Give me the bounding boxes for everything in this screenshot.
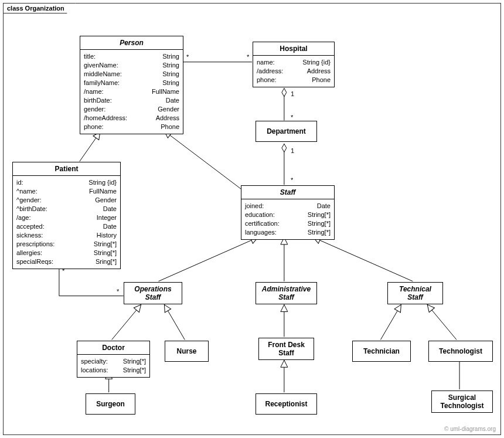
class-title: Department (256, 125, 316, 138)
attribute-row: joined:Date (245, 202, 331, 210)
class-title: Patient (13, 162, 120, 176)
class-title: Technician (353, 345, 410, 358)
attribute-name: /name: (84, 87, 104, 96)
attribute-row: phone:Phone (257, 76, 331, 84)
attribute-type: String[*] (94, 249, 117, 257)
svg-line-7 (314, 237, 413, 281)
attribute-row: prescriptions:String[*] (16, 240, 117, 249)
class-attrs: specialty:String[*]locations:String[*] (77, 355, 149, 377)
class-title: Hospital (253, 42, 334, 56)
attribute-name: /homeAddress: (84, 114, 127, 123)
attribute-type: Address (156, 114, 179, 123)
class-attrs: joined:Dateeducation:String[*]certificat… (241, 199, 334, 239)
class-title: Doctor (77, 341, 149, 355)
class-hospital: Hospital name:String {id}/address:Addres… (253, 42, 335, 87)
attribute-name: givenName: (84, 61, 118, 70)
attribute-type: String (162, 79, 179, 87)
attribute-name: allergies: (16, 249, 42, 257)
attribute-name: gender: (84, 105, 105, 114)
svg-line-5 (158, 237, 258, 281)
attribute-type: String[*] (123, 366, 146, 375)
class-title: Staff (241, 186, 334, 199)
class-title: Administrative Staff (256, 283, 316, 304)
attribute-type: Gender (95, 196, 117, 205)
attribute-type: Date (166, 96, 179, 105)
class-title: Operations Staff (124, 283, 182, 304)
attribute-type: Date (103, 205, 117, 213)
attribute-row: phone:Phone (84, 123, 179, 131)
attribute-row: familyName:String (84, 79, 179, 87)
class-title: Technical Staff (388, 283, 442, 304)
attribute-name: /address: (257, 67, 283, 76)
attribute-row: education:String[*] (245, 210, 331, 219)
mult-hosp-dept-bot: * (291, 114, 293, 121)
attribute-row: specialReqs:Sring[*] (16, 257, 117, 266)
mult-hosp-dept-top: 1 (291, 90, 294, 97)
class-title: Technologist (429, 345, 492, 358)
attribute-row: gender:Gender (84, 105, 179, 114)
svg-line-8 (112, 305, 141, 340)
svg-line-3 (80, 132, 100, 161)
class-technical-staff: Technical Staff (387, 282, 443, 304)
class-surgeon: Surgeon (86, 393, 135, 415)
attribute-name: ^name: (16, 187, 38, 196)
attribute-type: String[*] (308, 219, 331, 228)
attribute-type: Phone (312, 76, 331, 84)
attribute-row: /address:Address (257, 67, 331, 76)
attribute-name: accepted: (16, 222, 45, 231)
attribute-row: accepted:Date (16, 222, 117, 231)
attribute-row: givenName:String (84, 61, 179, 70)
attribute-row: birthDate:Date (84, 96, 179, 105)
attribute-name: education: (245, 210, 275, 219)
class-receptionist: Receptionist (256, 393, 317, 415)
attribute-name: languages: (245, 228, 277, 237)
uml-frame: class Organization (3, 3, 501, 435)
attribute-name: middleName: (84, 70, 122, 79)
attribute-row: specialty:String[*] (81, 357, 146, 366)
watermark: © uml-diagrams.org (444, 426, 496, 432)
class-title: Front Desk Staff (259, 338, 314, 359)
attribute-type: String {id} (88, 178, 117, 187)
attribute-row: title:String (84, 52, 179, 61)
attribute-name: birthDate: (84, 96, 112, 105)
attribute-row: /homeAddress:Address (84, 114, 179, 123)
mult-dept-staff-top: 1 (291, 147, 294, 154)
attribute-row: ^name:FullName (16, 187, 117, 196)
attribute-row: /name:FullName (84, 87, 179, 96)
attribute-type: Date (103, 222, 117, 231)
attribute-name: prescriptions: (16, 240, 55, 249)
attribute-row: ^gender:Gender (16, 196, 117, 205)
attribute-name: /age: (16, 213, 30, 222)
class-administrative-staff: Administrative Staff (256, 282, 317, 304)
class-attrs: id:String {id}^name:FullName^gender:Gend… (13, 176, 120, 269)
class-person: Person title:StringgivenName:Stringmiddl… (80, 36, 183, 134)
svg-line-9 (164, 305, 185, 340)
attribute-name: ^gender: (16, 196, 41, 205)
attribute-row: /age:Integer (16, 213, 117, 222)
attribute-row: ^birthDate:Date (16, 205, 117, 213)
class-surgical-technologist: Surgical Technologist (431, 391, 493, 413)
attribute-type: Date (317, 202, 331, 210)
attribute-row: sickness:History (16, 231, 117, 240)
attribute-name: specialReqs: (16, 257, 53, 266)
class-front-desk-staff: Front Desk Staff (258, 338, 314, 360)
attribute-type: History (97, 231, 117, 240)
svg-line-4 (164, 131, 243, 191)
class-title: Nurse (165, 345, 208, 358)
class-patient: Patient id:String {id}^name:FullName^gen… (12, 162, 121, 269)
attribute-row: name:String {id} (257, 58, 331, 67)
attribute-row: middleName:String (84, 70, 179, 79)
class-title: Person (80, 36, 183, 50)
attribute-name: specialty: (81, 357, 108, 366)
attribute-type: Gender (158, 105, 179, 114)
attribute-type: String[*] (308, 228, 331, 237)
mult-person-side: * (186, 53, 189, 60)
attribute-name: certification: (245, 219, 280, 228)
attribute-name: locations: (81, 366, 108, 375)
class-attrs: name:String {id}/address:Addressphone:Ph… (253, 56, 334, 87)
class-doctor: Doctor specialty:String[*]locations:Stri… (77, 341, 150, 378)
attribute-name: phone: (84, 123, 104, 131)
attribute-name: id: (16, 178, 23, 187)
attribute-type: FullName (89, 187, 117, 196)
class-staff: Staff joined:Dateeducation:String[*]cert… (241, 185, 335, 240)
